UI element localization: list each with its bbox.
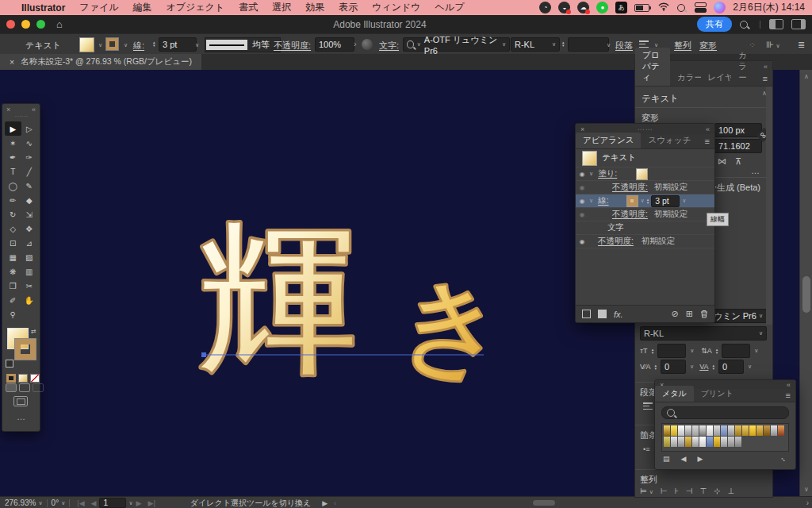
panel-toggle-icon[interactable] — [791, 19, 806, 29]
stroke-width-stepper[interactable]: ▴▾ — [153, 40, 155, 47]
siri-icon[interactable] — [714, 2, 726, 13]
font-size-field[interactable] — [568, 37, 609, 52]
tab-print[interactable]: プリント — [694, 386, 741, 402]
leading-stepper[interactable]: ▴▾ — [716, 348, 718, 354]
font-label[interactable]: 文字: — [379, 40, 399, 52]
stroke-row-stepper[interactable]: ▴▾ — [647, 198, 649, 204]
tool-direct-selection[interactable]: ▷ — [21, 121, 38, 136]
metal-swatch[interactable] — [685, 437, 691, 447]
stroke-row-label[interactable]: 線: — [598, 195, 608, 206]
next-library-icon[interactable]: ▶ — [697, 455, 703, 463]
props-collapse-icon[interactable]: « — [764, 63, 768, 71]
appearance-fill-row[interactable]: ◉ ∨ 塗り: — [576, 167, 714, 181]
draw-inside-mode-button[interactable] — [33, 383, 44, 392]
characters-row[interactable]: 文字 — [576, 221, 714, 235]
control-center-icon[interactable] — [695, 2, 707, 13]
generate-vector-label[interactable]: ー生成 (Beta) — [708, 182, 760, 194]
metal-swatch[interactable] — [678, 425, 684, 436]
tool-symbol-sprayer[interactable]: ❋ — [5, 264, 21, 279]
fill-row-label[interactable]: 塗り: — [598, 168, 617, 179]
flip-horizontal-icon[interactable]: ⋈ — [718, 156, 726, 167]
cc-sync-icon[interactable]: ◔ — [539, 2, 551, 13]
library-icon[interactable]: ▤ — [663, 455, 670, 463]
align-v-center-icon[interactable]: ⊹ — [714, 487, 720, 495]
stroke-width-chevron-icon[interactable]: ∨ — [195, 42, 199, 48]
appearance-menu-icon[interactable]: ≡ — [700, 134, 714, 148]
metal-swatch[interactable] — [721, 425, 727, 436]
align-to-selector[interactable]: ⊨∨ — [640, 487, 653, 495]
tab-color[interactable]: カラー — [731, 48, 757, 86]
menu-type[interactable]: 書式 — [239, 1, 258, 14]
align-v-top-icon[interactable]: ⊤ — [700, 487, 707, 495]
menu-edit[interactable]: 編集 — [132, 1, 151, 14]
stroke-row-width-field[interactable]: 3 pt — [651, 195, 680, 207]
toolbar-close-icon[interactable]: × — [6, 106, 10, 114]
fill-color-swatch[interactable] — [79, 37, 94, 52]
stroke-profile-dropdown[interactable]: 均等 ∨ — [205, 37, 281, 52]
metal-swatch[interactable] — [692, 425, 699, 436]
paragraph-label[interactable]: 段落 — [615, 40, 633, 52]
eye-icon[interactable]: ◉ — [577, 171, 587, 178]
tool-eyedropper[interactable]: ◆ — [21, 193, 38, 207]
tool-mesh[interactable]: ▦ — [5, 250, 21, 264]
list-view-icon[interactable]: ≣ — [798, 40, 805, 50]
add-fill-icon[interactable] — [598, 310, 607, 318]
leading-field[interactable] — [722, 344, 750, 358]
stroke-color-swatch[interactable] — [106, 38, 118, 50]
tool-perspective-grid[interactable]: ⊿ — [21, 236, 38, 250]
stroke-label[interactable]: 線: — [133, 40, 144, 52]
metal-swatch[interactable] — [721, 437, 727, 447]
tracking-field[interactable]: 0 — [718, 360, 744, 374]
artwork-glyph-large[interactable]: 輝 — [197, 210, 359, 390]
metal-swatch[interactable] — [742, 425, 749, 436]
opacity-label[interactable]: 不透明度: — [274, 40, 311, 52]
tab-color-guide[interactable]: カラーガ — [670, 70, 701, 86]
first-artboard-icon[interactable]: |◀ — [77, 499, 84, 507]
text-opacity-label[interactable]: 不透明度: — [598, 236, 634, 247]
transform-more-icon[interactable]: … — [751, 166, 760, 175]
metal-swatch[interactable] — [756, 425, 763, 436]
toolbar-drag-handle[interactable]: ⋯⋯ — [2, 115, 40, 118]
tool-pencil[interactable]: ✏ — [5, 193, 21, 207]
delete-item-icon[interactable] — [700, 310, 708, 318]
tool-artboard[interactable]: ❐ — [5, 279, 21, 293]
tool-rotate[interactable]: ↻ — [5, 207, 21, 221]
align-link[interactable]: 整列 — [674, 40, 691, 52]
add-stroke-icon[interactable] — [582, 310, 591, 318]
add-effect-icon[interactable]: fx. — [614, 310, 623, 319]
document-tab[interactable]: × 名称未設定-3* @ 276.93 % (RGB/プレビュー) — [0, 54, 201, 70]
menu-help[interactable]: ヘルプ — [435, 1, 465, 14]
metal-swatch[interactable] — [714, 425, 720, 436]
metal-collapse-icon[interactable]: « — [787, 381, 791, 389]
duplicate-item-icon[interactable]: ⊞ — [686, 309, 693, 319]
vertical-scrollbar[interactable]: ∧ ∨ — [799, 70, 812, 496]
artboard-number-field[interactable]: 1 — [99, 498, 126, 508]
stroke-opacity-row[interactable]: ◉ 不透明度: 初期設定 — [576, 208, 714, 221]
tab-swatches[interactable]: スウォッチ — [641, 133, 698, 148]
metal-swatch[interactable] — [778, 425, 784, 436]
baseline-handle[interactable] — [201, 352, 206, 357]
props-font-style-dropdown[interactable]: R-KL ∨ — [640, 326, 767, 341]
eye-icon[interactable]: ◉ — [577, 238, 587, 245]
eye-icon[interactable]: ◉ — [577, 198, 587, 205]
tool-width[interactable]: ◇ — [5, 221, 21, 236]
leading-chevron-icon[interactable]: ∨ — [754, 348, 758, 354]
toolbar-more-icon[interactable]: … — [2, 412, 40, 421]
tool-pen[interactable]: ✒ — [5, 150, 21, 164]
opacity-field[interactable]: 100% — [315, 37, 354, 52]
screen-mode-button[interactable] — [13, 396, 28, 406]
metal-swatch[interactable] — [764, 425, 770, 436]
zoom-chevron-icon[interactable]: ∨ — [38, 500, 42, 506]
scroll-up-icon[interactable]: ∧ — [800, 73, 812, 80]
workspace-layout-icon[interactable] — [769, 19, 783, 29]
fill-opacity-label[interactable]: 不透明度: — [612, 182, 648, 193]
metal-swatch[interactable] — [707, 437, 713, 447]
tab-appearance[interactable]: アピアランス — [576, 133, 641, 148]
none-button[interactable] — [30, 374, 40, 383]
align-h-center-icon[interactable]: ⊦ — [675, 487, 679, 495]
flip-vertical-icon[interactable]: ⊼ — [735, 156, 741, 167]
props-menu-icon[interactable]: ≡ — [758, 71, 772, 86]
props-scrollbar[interactable] — [766, 87, 772, 325]
tool-ellipse[interactable]: ◯ — [5, 179, 21, 193]
tool-gradient[interactable]: ▧ — [21, 250, 38, 264]
